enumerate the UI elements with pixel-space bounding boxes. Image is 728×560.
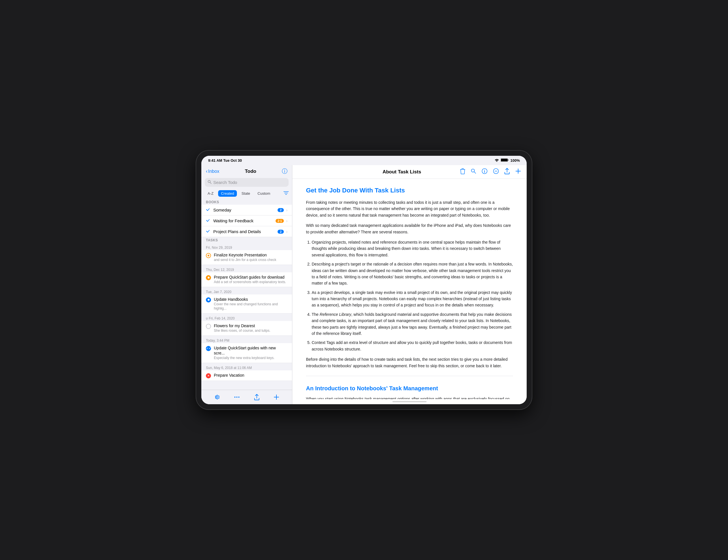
task-date-5: Today, 3:44 PM [201, 336, 292, 343]
task-title-1: Finalize Keynote Presentation [214, 253, 288, 258]
task-item-4[interactable]: Flowers for my Dearest She likes roses, … [201, 321, 292, 336]
sort-state-button[interactable]: State [239, 190, 253, 197]
ellipsis-button[interactable] [231, 395, 243, 399]
book-chevron-icon: › [286, 219, 288, 223]
book-chevron-icon: › [286, 208, 288, 212]
task-circle-3 [206, 297, 211, 302]
svg-point-18 [495, 171, 495, 172]
tasks-section: TASKS Fri, Nov 29, 2019 Finalize Keynote… [201, 237, 292, 390]
book-item-someday[interactable]: Someday 2 › [201, 205, 292, 216]
sort-bar: A-Z Created State Custom [201, 189, 292, 199]
plus-detail-button[interactable] [515, 168, 521, 175]
detail-pane: About Task Lists [292, 165, 527, 404]
svg-point-20 [497, 171, 497, 172]
task-circle-2 [206, 275, 211, 280]
book-badge-project: 2 [278, 230, 284, 234]
article-closing-p: Before diving into the details of how to… [306, 356, 513, 369]
book-badge-someday: 2 [278, 208, 284, 212]
search-placeholder: Search Todo [213, 180, 237, 185]
info-detail-button[interactable] [482, 168, 487, 175]
task-content-1: Finalize Keynote Presentation and send i… [214, 253, 288, 263]
ipad-frame: 9:41 AM Tue Oct 30 100% ‹ Inbox [196, 151, 532, 409]
task-circle-4 [206, 324, 211, 329]
ipad-screen: 9:41 AM Tue Oct 30 100% ‹ Inbox [201, 156, 527, 404]
sidebar-toolbar [201, 390, 292, 404]
gear-button[interactable] [211, 393, 223, 401]
book-item-waiting[interactable]: Waiting for Feedback 2·1 › [201, 216, 292, 226]
article-body-p: When you start using Notebooks task mana… [306, 396, 513, 399]
article-intro-p2: With so many dedicated task management a… [306, 222, 513, 235]
books-section-header: BOOKS [201, 199, 292, 205]
task-content-3: Update Handbooks Cover the new and chang… [214, 297, 288, 311]
trash-button[interactable] [460, 168, 465, 176]
task-content-6: Prepare Vacation [214, 373, 288, 378]
ellipsis-detail-button[interactable] [493, 168, 499, 175]
search-detail-button[interactable] [471, 169, 476, 175]
list-item-4: The Reference Library, which holds backg… [312, 311, 513, 337]
task-item-5[interactable]: ✓ Update QuickStart guides with new scre… [201, 343, 292, 363]
article-intro-p1: From taking notes or meeting minutes to … [306, 199, 513, 218]
back-button[interactable]: ‹ Inbox [206, 168, 219, 174]
task-date-6: Sun, May 6, 2018 at 11:06 AM [201, 363, 292, 370]
svg-rect-1 [501, 159, 507, 161]
task-circle-6: ✕ [206, 373, 211, 378]
task-item-3[interactable]: Update Handbooks Cover the new and chang… [201, 294, 292, 313]
filter-icon[interactable] [284, 191, 289, 196]
task-content-4: Flowers for my Dearest She likes roses, … [214, 323, 288, 333]
task-content-2: Prepare QuickStart guides for download A… [214, 275, 288, 284]
book-check-icon [206, 229, 211, 234]
divider [306, 376, 513, 376]
status-right: 100% [495, 158, 520, 163]
sort-created-button[interactable]: Created [218, 190, 237, 197]
book-check-icon [206, 218, 211, 223]
task-date-4: υ Fri, Feb 14, 2020 [201, 313, 292, 321]
svg-point-7 [234, 396, 235, 398]
share-button[interactable] [251, 393, 263, 401]
info-button[interactable]: ⓘ [282, 168, 288, 175]
task-title-2: Prepare QuickStart guides for download [214, 275, 288, 280]
list-item-2: Describing a project's target or the rat… [312, 261, 513, 286]
share-detail-button[interactable] [504, 168, 510, 176]
book-name-waiting: Waiting for Feedback [213, 218, 273, 223]
app-container: ‹ Inbox Todo ⓘ Search Todo A-Z Creat [201, 165, 527, 404]
task-date-3: Tue, Jan 7, 2020 [201, 287, 292, 294]
task-date-1: Fri, Nov 29, 2019 [201, 243, 292, 250]
task-subtitle-5: Especially the new extra keyboard keys. [214, 356, 288, 360]
task-item-6[interactable]: ✕ Prepare Vacation [201, 370, 292, 381]
battery-icon [501, 158, 509, 163]
task-date-2: Thu, Dec 12, 2019 [201, 265, 292, 272]
task-title-4: Flowers for my Dearest [214, 323, 288, 328]
svg-line-3 [210, 183, 212, 184]
article-list: Organizing projects, related notes and r… [306, 239, 513, 352]
book-name-project: Project Plans and Details [213, 229, 275, 234]
task-item-2[interactable]: Prepare QuickStart guides for download A… [201, 272, 292, 287]
svg-point-16 [484, 170, 485, 170]
status-bar: 9:41 AM Tue Oct 30 100% [201, 156, 527, 165]
book-check-icon [206, 208, 211, 212]
back-label: Inbox [208, 169, 219, 174]
task-content-5: Update QuickStart guides with new scre..… [214, 345, 288, 360]
tasks-section-header: TASKS [201, 237, 292, 243]
task-subtitle-2: Add a set of screenshots with explanator… [214, 280, 288, 284]
task-subtitle-1: and send it to Jim for a quick cross che… [214, 258, 288, 263]
task-item-1[interactable]: Finalize Keynote Presentation and send i… [201, 250, 292, 265]
sidebar: ‹ Inbox Todo ⓘ Search Todo A-Z Creat [201, 165, 292, 404]
task-title-5: Update QuickStart guides with new scre..… [214, 345, 288, 355]
book-badge-waiting: 2·1 [276, 219, 284, 223]
article-h2: An Introduction to Notebooks' Task Manag… [306, 385, 513, 392]
search-icon [208, 180, 212, 185]
sort-az-button[interactable]: A-Z [205, 190, 216, 197]
book-name-someday: Someday [213, 208, 275, 212]
plus-button[interactable] [270, 393, 283, 401]
task-circle-1 [206, 253, 211, 258]
wifi-icon [495, 158, 499, 163]
svg-line-13 [474, 172, 476, 174]
list-item-3: As a project develops, a single task may… [312, 289, 513, 308]
book-item-project[interactable]: Project Plans and Details 2 › [201, 226, 292, 237]
home-indicator [292, 399, 527, 404]
detail-title: About Task Lists [382, 169, 421, 175]
book-chevron-icon: › [286, 230, 288, 234]
sort-custom-button[interactable]: Custom [255, 190, 273, 197]
svg-point-19 [496, 171, 496, 172]
search-bar[interactable]: Search Todo [205, 178, 289, 187]
